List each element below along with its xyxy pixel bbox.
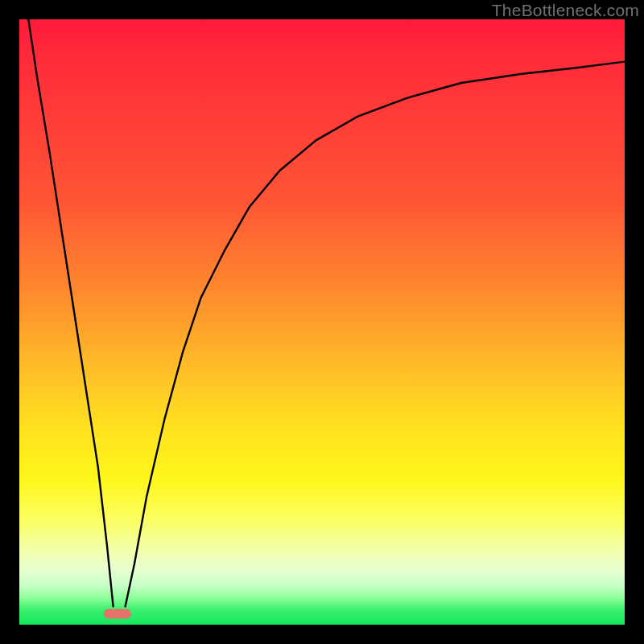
chart-frame: TheBottleneck.com [0, 0, 644, 644]
series-left-branch [28, 19, 113, 606]
watermark-label: TheBottleneck.com [492, 1, 639, 20]
plot-area [19, 19, 625, 625]
series-right-branch [126, 62, 625, 607]
min-marker [104, 609, 131, 619]
chart-svg [19, 19, 625, 625]
